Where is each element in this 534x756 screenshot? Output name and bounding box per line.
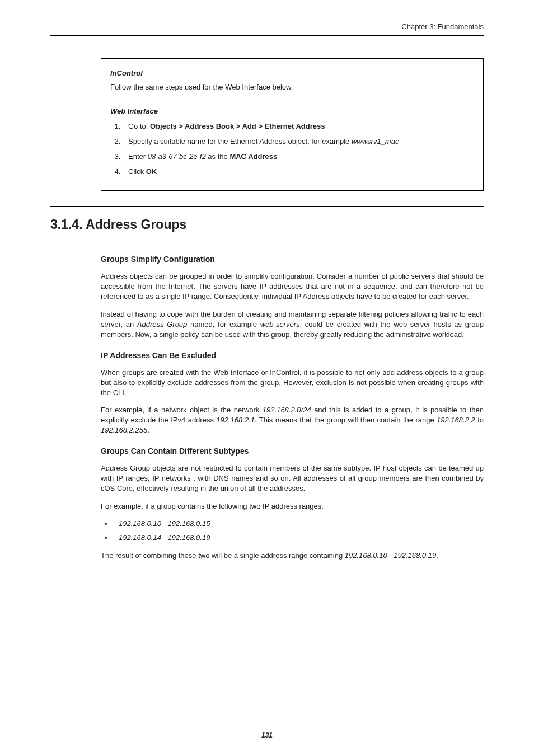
page-number: 131 [0, 731, 534, 739]
box-steps-list: Go to: Objects > Address Book > Add > Et… [110, 122, 474, 176]
subheading-subtypes: Groups Can Contain Different Subtypes [101, 447, 484, 456]
example-box: InControl Follow the same steps used for… [101, 58, 484, 191]
box-step-4: Click OK [123, 167, 474, 176]
section-heading: 3.1.4. Address Groups [50, 217, 484, 232]
box-step-2: Specify a suitable name for the Ethernet… [123, 137, 474, 145]
list-item: 192.168.0.10 - 192.168.0.15 [113, 519, 484, 528]
paragraph: Address objects can be grouped in order … [101, 271, 484, 302]
subheading-ip-excluded: IP Addresses Can Be Excluded [101, 351, 484, 360]
divider [50, 206, 484, 207]
paragraph: The result of combining these two will b… [101, 551, 484, 561]
paragraph: For example, if a network object is the … [101, 405, 484, 435]
list-item: 192.168.0.14 - 192.168.0.19 [113, 533, 484, 542]
ip-range-list: 192.168.0.10 - 192.168.0.15 192.168.0.14… [101, 519, 484, 542]
box-webinterface-title: Web Interface [110, 107, 474, 115]
paragraph: Address Group objects are not restricted… [101, 463, 484, 494]
box-step-3: Enter 08-a3-67-bc-2e-f2 as the MAC Addre… [123, 152, 474, 161]
paragraph: For example, if a group contains the fol… [101, 501, 484, 511]
paragraph: When groups are created with the Web Int… [101, 368, 484, 398]
box-step-1: Go to: Objects > Address Book > Add > Et… [123, 122, 474, 130]
page-header: Chapter 3: Fundamentals [50, 22, 484, 36]
subheading-groups-simplify: Groups Simplify Configuration [101, 255, 484, 264]
chapter-label: Chapter 3: Fundamentals [401, 22, 484, 31]
box-incontrol-title: InControl [110, 69, 474, 77]
box-incontrol-text: Follow the same steps used for the Web I… [110, 83, 474, 91]
paragraph: Instead of having to cope with the burde… [101, 309, 484, 340]
